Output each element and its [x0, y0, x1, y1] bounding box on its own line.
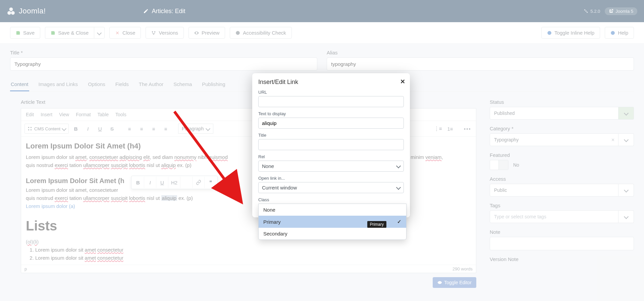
clear-icon[interactable]: ✕ [611, 137, 615, 142]
topbar-right: 5.2.0 Joomla 5 [584, 7, 637, 15]
svg-point-3 [152, 31, 153, 32]
page-breadcrumb: Articles: Edit [143, 8, 185, 15]
class-label: Class [258, 197, 404, 202]
open-link-select[interactable]: Current window [258, 182, 404, 193]
list-item: Lorem ipsum dolor sit amet consectetur [35, 254, 471, 262]
align-left-button[interactable]: ≡ [124, 124, 135, 134]
h2-button[interactable]: H2 [168, 177, 180, 188]
category-label: Category * [490, 126, 634, 131]
external-link-icon [609, 9, 613, 13]
svg-point-9 [28, 127, 30, 128]
editor-statusbar: p 290 words [21, 265, 476, 273]
action-toolbar: Save Save & Close Close Versions Preview… [0, 22, 644, 44]
tab-fields[interactable]: Fields [115, 78, 129, 91]
menu-format[interactable]: Format [76, 112, 91, 117]
save-close-button[interactable]: Save & Close [45, 27, 94, 39]
bullet-list-button[interactable]: ⋮≡ [433, 124, 443, 134]
link-button[interactable] [193, 177, 205, 188]
tags-label: Tags [490, 203, 634, 208]
alias-input[interactable] [327, 57, 634, 71]
svg-point-8 [611, 31, 615, 35]
cms-content-button[interactable]: CMS Content [24, 124, 69, 134]
italic-button[interactable]: I [83, 124, 93, 134]
chevron-down-icon [625, 187, 628, 193]
featured-toggle[interactable] [490, 160, 508, 170]
toggle-inline-help-button[interactable]: Toggle Inline Help [541, 27, 600, 39]
tab-images-links[interactable]: Images and Links [38, 78, 79, 91]
help-button[interactable]: Help [605, 27, 634, 39]
note-input[interactable] [490, 237, 634, 250]
svg-point-10 [31, 127, 32, 128]
chevron-down-icon [206, 126, 210, 131]
italic-button[interactable]: I [144, 177, 156, 188]
menu-tools[interactable]: Tools [115, 112, 126, 117]
chevron-down-icon [625, 111, 628, 116]
underline-button[interactable]: U [156, 177, 168, 188]
bold-button[interactable]: B [71, 124, 81, 134]
underline-button[interactable]: U [95, 124, 105, 134]
featured-value: No [513, 162, 519, 168]
alias-label: Alias [327, 50, 634, 55]
text-display-input[interactable] [258, 118, 404, 129]
status-path: p [24, 266, 27, 271]
question-icon [610, 31, 615, 35]
access-label: Access [490, 176, 634, 182]
save-icon [51, 31, 55, 35]
align-right-button[interactable]: ≡ [149, 124, 159, 134]
preview-button[interactable]: Preview [189, 27, 225, 39]
bold-button[interactable]: B [132, 177, 144, 188]
category-select[interactable]: Typography✕ [490, 133, 634, 146]
paragraph-select[interactable]: Paragraph [178, 124, 213, 134]
menu-table[interactable]: Table [98, 112, 109, 117]
versions-button[interactable]: Versions [146, 27, 184, 39]
brand-text: Joomla! [19, 7, 46, 15]
close-icon [115, 31, 120, 35]
chevron-down-icon [625, 214, 628, 219]
number-list-button[interactable]: 1≡ [445, 124, 455, 134]
svg-point-2 [587, 12, 588, 13]
joomla-small-icon [584, 9, 588, 13]
status-select[interactable]: Published [490, 107, 634, 120]
modal-close-button[interactable]: ✕ [400, 78, 405, 85]
menu-view[interactable]: View [59, 112, 69, 117]
tab-schema[interactable]: Schema [173, 78, 193, 91]
joomla-link-button[interactable]: Joomla 5 [605, 7, 637, 15]
alias-field: Alias [327, 50, 634, 71]
close-button[interactable]: Close [109, 27, 141, 39]
svg-point-7 [547, 31, 551, 35]
blockquote-button[interactable]: ❝ [205, 177, 217, 188]
tags-select[interactable]: Type or select some tags [490, 210, 634, 223]
tooltip: Primary [367, 221, 386, 228]
rel-label: Rel [258, 154, 404, 159]
ordered-list: Lorem ipsum dolor sit amet consectetur L… [35, 246, 471, 262]
more-tools-button[interactable]: ••• [463, 124, 473, 134]
tab-options[interactable]: Options [87, 78, 106, 91]
menu-insert[interactable]: Insert [41, 112, 52, 117]
text-display-label: Text to display [258, 111, 404, 116]
save-button[interactable]: Save [10, 27, 40, 39]
title-label: Title * [10, 50, 317, 55]
h3-button[interactable] [180, 177, 193, 188]
class-option-none[interactable]: None [259, 204, 406, 216]
url-input[interactable] [258, 96, 404, 107]
menu-edit[interactable]: Edit [26, 112, 34, 117]
chevron-down-icon [62, 126, 66, 131]
info-icon [547, 31, 552, 35]
save-close-dropdown[interactable] [94, 27, 105, 39]
featured-label: Featured [490, 152, 634, 158]
tab-content[interactable]: Content [10, 78, 29, 91]
class-option-secondary[interactable]: Secondary [259, 228, 406, 240]
title-input[interactable] [10, 57, 317, 71]
link-title-input[interactable] [258, 139, 404, 150]
align-justify-button[interactable]: ≡ [161, 124, 171, 134]
rel-select[interactable]: None [258, 161, 404, 172]
tab-publishing[interactable]: Publishing [201, 78, 226, 91]
tab-author[interactable]: The Author [138, 78, 164, 91]
toggle-editor-button[interactable]: Toggle Editor [433, 277, 476, 288]
inline-toolbar: B I U H2 ❝ [131, 176, 218, 189]
accessibility-button[interactable]: Accessibility Check [230, 27, 291, 39]
strikethrough-button[interactable]: S [107, 124, 117, 134]
save-close-group: Save & Close [45, 27, 105, 39]
access-select[interactable]: Public [490, 184, 634, 197]
align-center-button[interactable]: ≡ [137, 124, 147, 134]
